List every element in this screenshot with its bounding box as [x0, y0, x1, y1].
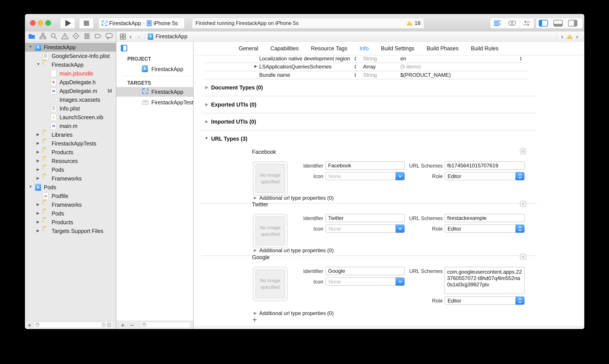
toggle-utilities-button[interactable] [565, 18, 580, 28]
issue-navigator-tab[interactable] [61, 32, 69, 41]
previous-issue-button[interactable]: ‹ [558, 32, 566, 41]
tab-general[interactable]: General [239, 45, 258, 52]
disclosure-triangle-icon[interactable]: ▶ [37, 150, 39, 154]
scheme-selector[interactable]: FirestackApp › iPhone 5s [98, 18, 185, 29]
tab-info[interactable]: Info [360, 45, 369, 52]
file-row[interactable]: ▶FirestackAppTests [25, 139, 116, 148]
related-items-icon[interactable] [119, 33, 127, 40]
value-stepper[interactable]: ▲▼ [519, 56, 522, 61]
jumpbar-file-crumb[interactable]: A FirestackApp [148, 33, 187, 40]
file-row[interactable]: main.jsbundle [25, 69, 116, 78]
warning-counter[interactable]: 18 [406, 20, 420, 26]
key-stepper[interactable]: ▲▼ [354, 64, 356, 69]
file-row[interactable]: ▼FirestackApp [25, 60, 116, 69]
plist-disclosure-icon[interactable]: ▶ [254, 64, 257, 68]
additional-properties-disclosure-icon[interactable]: ▶ [254, 195, 257, 200]
file-row[interactable]: hAppDelegate.h [25, 78, 116, 87]
image-well[interactable]: No image specified [253, 214, 287, 248]
section-disclosure-icon[interactable]: ▶ [205, 85, 208, 90]
tab-resource-tags[interactable]: Resource Tags [311, 45, 347, 52]
additional-properties-label[interactable]: Additional url type properties (0) [259, 247, 334, 254]
role-popup[interactable]: Editor [444, 172, 525, 180]
file-row[interactable]: ▶Pods [25, 165, 116, 174]
file-row[interactable]: mAppDelegate.mM [25, 87, 116, 95]
file-row[interactable]: Info.plist [25, 104, 116, 113]
plist-key[interactable]: LSApplicationQueriesSchemes [259, 64, 332, 70]
file-row[interactable]: rbPodfile [25, 192, 116, 200]
targets-filter-field[interactable] [141, 322, 190, 328]
role-popup[interactable]: Editor [444, 296, 525, 305]
section-header[interactable]: Document Types (0) [211, 84, 263, 91]
additional-properties-label[interactable]: Additional url type properties (0) [259, 195, 334, 201]
disclosure-triangle-icon[interactable]: ▶ [37, 220, 39, 224]
file-row[interactable]: ▶Frameworks [25, 174, 116, 183]
file-row[interactable]: ▶Resources [25, 157, 116, 165]
section-header[interactable]: Exported UTIs (0) [211, 102, 256, 108]
zoom-window-button[interactable] [45, 20, 51, 26]
section-header[interactable]: Imported UTIs (0) [211, 118, 256, 125]
stop-button[interactable] [79, 18, 94, 29]
url-schemes-field[interactable] [444, 161, 525, 170]
tab-build-rules[interactable]: Build Rules [471, 45, 498, 52]
plist-type[interactable]: String [363, 72, 377, 78]
forward-button[interactable]: › [135, 32, 143, 41]
plist-type[interactable]: Array [363, 64, 376, 70]
toggle-debug-area-button[interactable] [551, 18, 565, 28]
file-row[interactable]: ▶Libraries [25, 130, 116, 139]
standard-editor-button[interactable] [490, 18, 505, 28]
section-disclosure-icon[interactable]: ▶ [205, 119, 208, 124]
project-navigator-tab[interactable] [28, 32, 35, 41]
additional-properties-label[interactable]: Additional url type properties (0) [259, 310, 334, 316]
additional-properties-disclosure-icon[interactable]: ▶ [254, 311, 257, 315]
plist-value[interactable]: (5 items) [400, 64, 421, 70]
toggle-navigator-button[interactable] [536, 18, 551, 28]
disclosure-triangle-icon[interactable]: ▼ [29, 185, 32, 189]
plist-key[interactable]: Bundle name [259, 72, 290, 78]
tab-build-settings[interactable]: Build Settings [381, 45, 414, 52]
target-row-firestackapptests[interactable]: FirestackAppTests [116, 98, 193, 107]
file-row[interactable]: GoogleService-Info.plist [25, 52, 116, 60]
disclosure-triangle-icon[interactable]: ▼ [37, 62, 40, 66]
recent-files-clock-icon[interactable] [101, 323, 106, 327]
tab-capabilities[interactable]: Capabilities [270, 45, 298, 52]
disclosure-triangle-icon[interactable]: ▶ [37, 158, 39, 163]
symbol-navigator-tab[interactable] [39, 32, 47, 41]
disclosure-triangle-icon[interactable]: ▶ [37, 211, 39, 215]
run-button[interactable] [60, 18, 75, 29]
identifier-field[interactable] [325, 267, 405, 275]
add-file-button[interactable]: + [26, 321, 33, 329]
role-popup[interactable]: Editor [444, 224, 525, 233]
remove-url-type-button[interactable]: × [520, 254, 526, 260]
file-row[interactable]: ▶Targets Support Files [25, 227, 116, 235]
url-types-header[interactable]: URL Types (3) [211, 136, 247, 142]
identifier-field[interactable] [325, 161, 405, 170]
disclosure-triangle-icon[interactable]: ▶ [37, 176, 39, 181]
plist-key[interactable]: Localization native development region [259, 56, 350, 62]
minimize-window-button[interactable] [38, 20, 43, 26]
disclosure-triangle-icon[interactable]: ▶ [37, 202, 39, 207]
unsaved-files-icon[interactable] [107, 323, 111, 327]
back-button[interactable]: ‹ [127, 32, 135, 41]
target-row-firestackapp[interactable]: FirestackApp [116, 87, 193, 97]
icon-popup[interactable]: None [325, 224, 405, 233]
assistant-editor-button[interactable] [505, 18, 519, 28]
key-stepper[interactable]: ▲▼ [354, 56, 356, 61]
disclosure-triangle-icon[interactable]: ▶ [37, 132, 39, 137]
file-row[interactable]: ▶Pods [25, 209, 116, 218]
remove-url-type-button[interactable]: × [520, 201, 526, 207]
test-navigator-tab[interactable] [72, 32, 80, 41]
file-row[interactable]: mmain.m [25, 122, 116, 130]
file-row[interactable]: ▶Products [25, 148, 116, 157]
tab-build-phases[interactable]: Build Phases [427, 45, 458, 52]
plist-value[interactable]: $(PRODUCT_NAME) [400, 72, 451, 78]
remove-url-type-button[interactable]: × [520, 148, 526, 155]
file-row[interactable]: ▼APods [25, 183, 116, 192]
find-navigator-tab[interactable] [50, 32, 58, 41]
file-row[interactable]: Images.xcassets [25, 95, 116, 104]
plist-type[interactable]: String [363, 56, 377, 62]
add-url-type-button[interactable]: + [252, 315, 257, 325]
icon-popup[interactable]: None [325, 172, 405, 180]
next-issue-button[interactable]: › [573, 32, 581, 41]
icon-popup[interactable]: None [325, 277, 405, 286]
disclosure-triangle-icon[interactable]: ▼ [29, 45, 32, 49]
